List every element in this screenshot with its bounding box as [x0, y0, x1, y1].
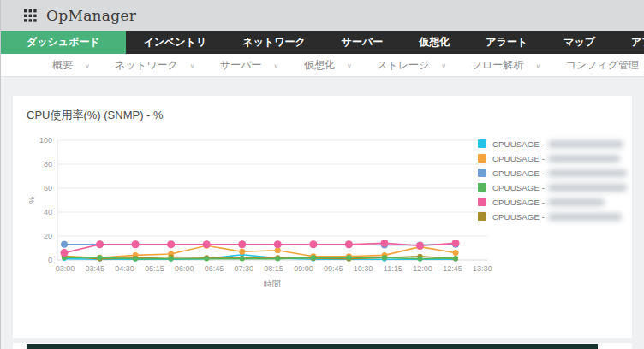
redacted-device-name — [548, 140, 623, 148]
svg-text:12:45: 12:45 — [443, 264, 462, 273]
svg-text:04:30: 04:30 — [115, 264, 134, 273]
tab-virtualization[interactable]: 仮想化 — [401, 31, 468, 54]
legend-item[interactable]: CPUUSAGE - — [478, 139, 627, 148]
svg-text:20: 20 — [44, 232, 52, 240]
svg-text:06:45: 06:45 — [205, 264, 224, 273]
svg-text:03:45: 03:45 — [86, 264, 105, 273]
svg-text:11:15: 11:15 — [384, 264, 402, 273]
subnav-config-management[interactable]: コンフィグ管理 — [566, 58, 639, 73]
legend-item[interactable]: CPUUSAGE - — [478, 183, 627, 192]
redacted-device-name — [548, 155, 620, 163]
subnav-server[interactable]: サーバー∨ — [220, 58, 278, 73]
dashboard-subnav: 概要∨ ネットワーク∨ サーバー∨ 仮想化∨ ストレージ∨ フロー解析∨ コンフ… — [1, 54, 644, 77]
legend-swatch-cyan — [478, 139, 486, 148]
opmanager-dashboard: { "header": { "app_title": "OpManager" }… — [0, 0, 644, 349]
tab-dashboard[interactable]: ダッシュボード — [1, 31, 126, 54]
tab-maps[interactable]: マップ — [546, 31, 613, 54]
redacted-device-name — [548, 169, 627, 177]
svg-text:時間: 時間 — [264, 279, 281, 288]
chevron-down-icon: ∨ — [85, 62, 90, 70]
svg-text:%: % — [27, 197, 36, 204]
legend-swatch-green — [478, 183, 486, 192]
svg-text:07:30: 07:30 — [235, 264, 254, 273]
subnav-overview[interactable]: 概要∨ — [52, 58, 90, 73]
tab-network[interactable]: ネットワーク — [224, 31, 323, 54]
tab-alerts[interactable]: アラート — [468, 31, 546, 54]
svg-text:60: 60 — [44, 184, 52, 192]
svg-text:80: 80 — [44, 160, 52, 169]
redacted-device-name — [548, 184, 627, 192]
subnav-network[interactable]: ネットワーク∨ — [115, 58, 194, 73]
chevron-down-icon: ∨ — [190, 62, 195, 70]
app-logo-text: OpManager — [46, 7, 136, 24]
legend-item[interactable]: CPUUSAGE - — [478, 154, 627, 163]
cpu-usage-line-chart: 02040608010003:0003:4504:3005:1506:0006:… — [27, 128, 493, 299]
chart-svg: 02040608010003:0003:4504:3005:1506:0006:… — [27, 128, 493, 299]
widget-title: CPU使用率(%) (SNMP) - % — [13, 96, 632, 123]
subnav-virtualization[interactable]: 仮想化∨ — [304, 58, 352, 73]
svg-text:0: 0 — [48, 256, 52, 264]
chart-legend: CPUUSAGE - CPUUSAGE - CPUUSAGE - CPUUSAG… — [478, 139, 627, 227]
svg-text:09:00: 09:00 — [294, 264, 313, 273]
legend-swatch-olive — [478, 212, 486, 221]
legend-swatch-orange — [478, 154, 486, 163]
tab-server[interactable]: サーバー — [324, 31, 402, 54]
subnav-storage[interactable]: ストレージ∨ — [377, 58, 446, 73]
chevron-down-icon: ∨ — [347, 62, 352, 70]
svg-text:08:15: 08:15 — [264, 264, 283, 273]
legend-item[interactable]: CPUUSAGE - — [478, 212, 627, 221]
subnav-flow-analysis[interactable]: フロー解析∨ — [472, 58, 540, 73]
svg-text:12:00: 12:00 — [413, 264, 432, 273]
svg-text:13:30: 13:30 — [473, 264, 492, 273]
cpu-usage-widget: CPU使用率(%) (SNMP) - % 02040608010003:0003… — [13, 96, 632, 338]
tab-inventory[interactable]: インベントリ — [126, 31, 225, 54]
svg-text:06:00: 06:00 — [175, 264, 194, 273]
legend-item[interactable]: CPUUSAGE - — [478, 169, 627, 177]
redacted-device-name — [548, 213, 622, 221]
main-nav: ダッシュボード インベントリ ネットワーク サーバー 仮想化 アラート マップ … — [1, 31, 644, 54]
chevron-down-icon: ∨ — [441, 62, 446, 70]
chevron-down-icon: ∨ — [274, 62, 279, 70]
svg-text:05:15: 05:15 — [145, 264, 164, 273]
next-widget-partial — [13, 343, 632, 349]
legend-swatch-pink — [478, 198, 486, 206]
app-header: OpManager — [1, 0, 644, 31]
legend-swatch-blue — [478, 169, 486, 177]
app-launcher-grid-icon[interactable] — [24, 9, 37, 22]
svg-text:40: 40 — [44, 208, 52, 216]
svg-text:10:30: 10:30 — [354, 264, 373, 273]
svg-text:03:00: 03:00 — [56, 264, 75, 273]
svg-text:09:45: 09:45 — [324, 264, 343, 273]
tab-applications[interactable]: アプリケーション — [613, 31, 644, 54]
redacted-device-name — [548, 198, 605, 206]
svg-text:100: 100 — [39, 136, 52, 145]
chevron-down-icon: ∨ — [535, 62, 540, 70]
legend-item[interactable]: CPUUSAGE - — [478, 198, 627, 206]
next-widget-header-bar — [27, 344, 598, 349]
